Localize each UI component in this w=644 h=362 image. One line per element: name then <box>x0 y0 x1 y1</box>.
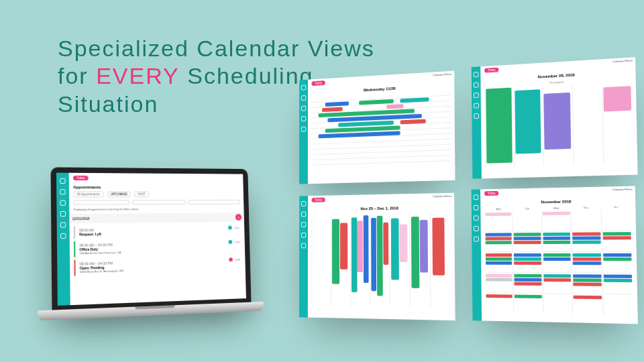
nav-icon[interactable] <box>301 116 306 121</box>
appointment-card[interactable]: 08:00 AM Request: Lyft #101 <box>74 225 241 239</box>
month-day[interactable] <box>513 231 542 251</box>
month-day[interactable] <box>514 273 543 293</box>
view-title: Nov 25 – Dec 1, 2018 <box>311 205 450 211</box>
filters-button[interactable]: Calendar Filters <box>433 72 451 77</box>
month-day[interactable] <box>514 294 543 314</box>
card-title: Request: Lyft <box>79 230 238 236</box>
tab-past[interactable]: PAST <box>135 191 149 197</box>
month-day[interactable] <box>573 294 603 315</box>
nav-icon[interactable] <box>301 222 306 227</box>
today-button[interactable]: Today <box>484 190 498 195</box>
event-block[interactable] <box>433 218 445 276</box>
month-day[interactable] <box>602 252 633 273</box>
day-column <box>311 214 331 306</box>
event-block[interactable] <box>391 219 399 280</box>
event-block[interactable] <box>377 216 382 296</box>
month-day[interactable] <box>513 252 542 272</box>
month-day[interactable] <box>542 210 571 231</box>
nav-icon[interactable] <box>474 205 479 210</box>
month-day[interactable] <box>543 294 572 314</box>
event-block[interactable] <box>604 86 631 111</box>
nav-icon[interactable] <box>60 233 66 239</box>
month-day[interactable] <box>542 231 571 251</box>
month-day[interactable] <box>513 210 542 231</box>
nav-icon[interactable] <box>301 127 306 132</box>
today-button[interactable]: Today <box>311 80 325 86</box>
appointment-card[interactable]: 08:00 AM – 04:30 PM Open: Pending 4900 M… <box>74 256 241 276</box>
event-block[interactable] <box>358 221 363 272</box>
filters-button[interactable]: Calendar Filters <box>612 188 633 192</box>
month-day[interactable] <box>485 273 513 293</box>
dow: Mon <box>484 207 513 211</box>
filter-input[interactable] <box>189 200 240 204</box>
event-block[interactable] <box>400 224 408 262</box>
laptop-mockup: Today Appointments All Appointments UPCO… <box>36 167 264 362</box>
nav-icon[interactable] <box>60 178 65 184</box>
laptop-bezel: Today Appointments All Appointments UPCO… <box>50 167 251 312</box>
tab-upcoming[interactable]: UPCOMING <box>107 191 131 197</box>
event-block[interactable] <box>332 219 339 284</box>
month-day[interactable] <box>543 252 572 272</box>
today-button[interactable]: Today <box>311 197 325 202</box>
month-day[interactable] <box>543 273 572 294</box>
event-block[interactable] <box>340 223 347 269</box>
nav-icon[interactable] <box>474 226 479 231</box>
day-body: November 28, 2018 Unassigned <box>480 65 637 178</box>
event-block[interactable] <box>486 88 512 164</box>
month-day[interactable] <box>603 294 633 316</box>
nav-icon[interactable] <box>474 82 479 88</box>
nav-icon[interactable] <box>474 215 479 221</box>
nav-icon[interactable] <box>301 106 306 111</box>
event-block[interactable] <box>363 215 368 283</box>
week-view: Today Calendar Filters Nov 25 – Dec 1, 2… <box>299 193 455 320</box>
nav-icon[interactable] <box>474 72 479 77</box>
nav-icon[interactable] <box>60 200 66 206</box>
month-day[interactable] <box>485 293 513 313</box>
nav-icon[interactable] <box>474 237 479 242</box>
nav-icon[interactable] <box>474 93 479 98</box>
month-day[interactable] <box>601 209 631 230</box>
filters-button[interactable]: Calendar Filters <box>433 194 451 198</box>
nav-icon[interactable] <box>474 194 479 200</box>
month-day[interactable] <box>602 273 633 294</box>
nav-icon[interactable] <box>301 201 306 206</box>
event-block[interactable] <box>411 217 419 288</box>
filter-input[interactable] <box>132 200 186 204</box>
month-day[interactable] <box>572 273 602 294</box>
nav-icon[interactable] <box>60 222 66 227</box>
month-day[interactable] <box>572 210 601 231</box>
filters-button[interactable]: Calendar Filters <box>612 59 633 64</box>
event-block[interactable] <box>515 89 541 154</box>
nav-icon[interactable] <box>301 233 306 238</box>
date-group-header: 12/01/2018 + <box>69 213 244 223</box>
month-grid <box>484 209 633 315</box>
nav-icon[interactable] <box>60 189 65 194</box>
nav-icon[interactable] <box>60 211 66 217</box>
event-block[interactable] <box>383 223 388 265</box>
event-block[interactable] <box>371 218 376 291</box>
event-block[interactable] <box>544 93 572 149</box>
nav-icon[interactable] <box>301 95 306 101</box>
card-meta: #102 <box>229 240 240 244</box>
add-appointment-button[interactable]: + <box>235 214 241 221</box>
nav-icon[interactable] <box>301 212 306 217</box>
today-button[interactable]: Today <box>484 67 498 72</box>
month-day[interactable] <box>572 252 602 273</box>
nav-icon[interactable] <box>474 113 479 119</box>
nav-icon[interactable] <box>474 103 479 109</box>
week-grid <box>311 212 451 308</box>
nav-icon[interactable] <box>301 243 306 248</box>
today-button[interactable]: Today <box>73 175 89 180</box>
event-block[interactable] <box>420 220 428 272</box>
event-block[interactable] <box>352 217 357 292</box>
tab-all[interactable]: All Appointments <box>73 191 103 197</box>
appointment-card[interactable]: 08:00 AM – 04:30 PM Office Duty 548 Mark… <box>74 239 241 257</box>
month-day[interactable] <box>484 211 513 231</box>
month-day[interactable] <box>485 252 513 272</box>
month-day[interactable] <box>484 231 513 251</box>
month-day[interactable] <box>602 231 632 251</box>
month-day[interactable] <box>572 231 601 251</box>
day-column <box>409 213 430 308</box>
nav-icon[interactable] <box>301 85 306 90</box>
filter-input[interactable] <box>73 200 129 204</box>
